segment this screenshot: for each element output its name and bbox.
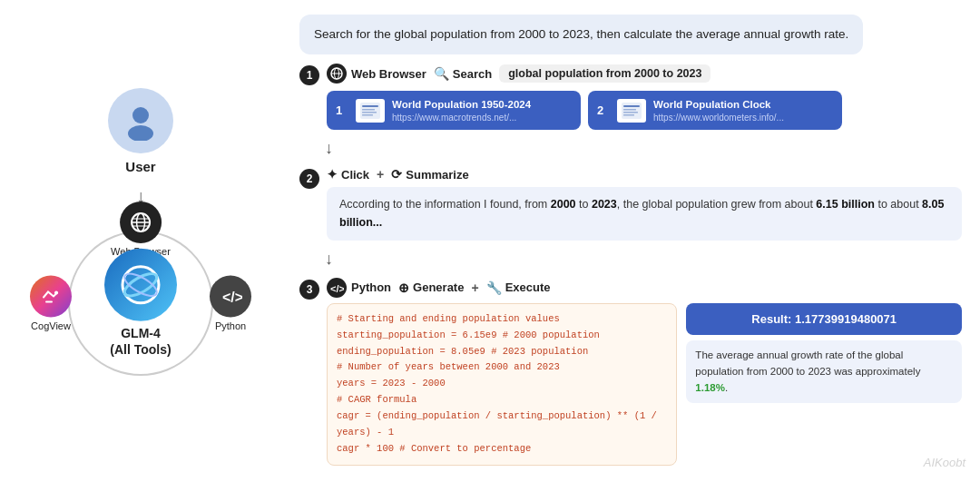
user-label: User <box>125 159 155 174</box>
svg-point-0 <box>132 107 149 123</box>
step1-content: Web Browser 🔍 Search global population f… <box>327 64 962 130</box>
code-line-8: cagr * 100 # Convert to percentage <box>337 441 667 457</box>
code-line-6: # CAGR formula <box>337 392 667 408</box>
right-panel: Search for the global population from 20… <box>281 0 980 482</box>
search-icon: 🔍 <box>434 66 449 81</box>
step1-query-pill: global population from 2000 to 2023 <box>499 64 710 83</box>
result2-thumb <box>617 99 646 123</box>
step1-tool-badge: Web Browser <box>327 64 426 84</box>
watermark: AIKoobt <box>924 456 965 469</box>
svg-rect-19 <box>362 114 373 116</box>
step3-generate-badge: ⊕ Generate <box>398 280 464 295</box>
step1-tool-icon <box>327 64 347 84</box>
svg-rect-21 <box>623 105 640 107</box>
svg-text:</>: </> <box>222 290 242 305</box>
step3-tool-badge: </> Python <box>327 278 391 298</box>
step2-content: ✦ Click + ⟳ Summarize According to the i… <box>327 167 962 241</box>
result2-num: 2 <box>597 103 610 117</box>
step1-action-badge: 🔍 Search <box>434 66 492 81</box>
glm-diagram: Web Browser CogView </> Python <box>50 212 231 394</box>
result1-num: 1 <box>336 103 348 117</box>
result-block: Result: 1.17739919480071 The average ann… <box>686 303 962 466</box>
plus-sign-3: + <box>471 280 478 295</box>
code-line-4: # Number of years between 2000 and 2023 <box>337 359 667 376</box>
user-message: Search for the global population from 20… <box>299 15 863 54</box>
result-card-2[interactable]: 2 World Population Clock https://www.wor… <box>588 91 842 130</box>
step3-body: # Starting and ending population values … <box>327 303 962 466</box>
result-pill: Result: 1.17739919480071 <box>686 303 962 335</box>
svg-point-7 <box>54 291 58 295</box>
svg-rect-20 <box>622 103 642 119</box>
svg-text:</>: </> <box>330 283 344 294</box>
step1-to-step2-arrow: ↓ <box>299 139 962 158</box>
step3-container: 3 </> Python ⊕ Generate + 🔧 <box>299 278 962 466</box>
svg-rect-18 <box>362 112 377 113</box>
step3-number: 3 <box>299 280 319 300</box>
code-line-3: ending_population = 8.05e9 # 2023 popula… <box>337 344 667 360</box>
svg-rect-22 <box>623 109 636 111</box>
step1-container: 1 Web Browser 🔍 Search <box>299 64 962 130</box>
step1-number: 1 <box>299 65 319 85</box>
cogview-icon-circle <box>30 276 72 318</box>
result1-url: https://www.macrotrends.net/... <box>392 113 531 123</box>
glm-circle <box>104 249 177 321</box>
step2-summarize-badge: ⟳ Summarize <box>391 167 468 182</box>
code-line-7: cagr = (ending_population / starting_pop… <box>337 408 667 441</box>
svg-rect-17 <box>362 109 375 111</box>
left-panel: User ↓ Web Browser <box>0 0 281 482</box>
result2-title: World Population Clock <box>653 98 784 112</box>
step1-header: Web Browser 🔍 Search global population f… <box>327 64 962 84</box>
svg-rect-16 <box>362 105 378 107</box>
step1-action-label: Search <box>453 67 492 81</box>
step3-execute-badge: 🔧 Execute <box>486 280 551 295</box>
step3-content: </> Python ⊕ Generate + 🔧 Execute # Sta <box>327 278 962 466</box>
step3-generate-label: Generate <box>413 280 464 294</box>
svg-rect-24 <box>623 114 634 116</box>
svg-rect-23 <box>623 112 638 113</box>
cogview-surround-icon: CogView <box>30 276 72 331</box>
user-section: User <box>108 88 173 174</box>
cursor-icon: ✦ <box>327 167 338 182</box>
result2-url: https://www.worldometers.info/... <box>653 113 784 123</box>
result1-title: World Population 1950-2024 <box>392 98 531 112</box>
result1-thumb <box>356 99 385 123</box>
glm-center-icon: GLM-4 (All Tools) <box>104 249 177 358</box>
step2-header: ✦ Click + ⟳ Summarize <box>327 167 962 182</box>
result-card-1[interactable]: 1 World Population 1950-2024 https://www… <box>327 91 581 130</box>
step3-execute-label: Execute <box>505 280 551 294</box>
result1-text: World Population 1950-2024 https://www.m… <box>392 98 531 123</box>
browser-icon-circle <box>120 202 162 243</box>
step3-tool-label: Python <box>351 280 391 294</box>
summarize-icon: ⟳ <box>391 167 402 182</box>
code-line-5: years = 2023 - 2000 <box>337 376 667 392</box>
step2-click-badge: ✦ Click <box>327 167 369 182</box>
step2-info-bubble: According to the information I found, fr… <box>327 187 962 241</box>
generate-icon: ⊕ <box>398 280 409 295</box>
svg-rect-15 <box>360 103 380 119</box>
step2-click-label: Click <box>341 168 369 182</box>
python-surround-icon: </> Python <box>210 276 251 331</box>
result-desc: The average annual growth rate of the gl… <box>686 340 962 403</box>
cogview-surround-label: CogView <box>31 320 71 331</box>
code-line-1: # Starting and ending population values <box>337 311 667 328</box>
step3-tool-icon: </> <box>327 278 347 298</box>
step2-summarize-label: Summarize <box>406 168 468 182</box>
step2-to-step3-arrow: ↓ <box>299 250 962 269</box>
step1-tool-label: Web Browser <box>351 67 426 81</box>
result-highlight: 1.18% <box>695 382 725 393</box>
code-block: # Starting and ending population values … <box>327 303 677 466</box>
glm-label: GLM-4 (All Tools) <box>110 325 171 358</box>
python-surround-label: Python <box>215 320 246 331</box>
result2-text: World Population Clock https://www.world… <box>653 98 784 123</box>
svg-point-1 <box>128 125 153 141</box>
step3-header: </> Python ⊕ Generate + 🔧 Execute <box>327 278 962 298</box>
execute-icon: 🔧 <box>486 280 502 295</box>
user-avatar <box>108 88 173 153</box>
step2-container: 2 ✦ Click + ⟳ Summarize According to the… <box>299 167 962 241</box>
plus-sign-2: + <box>377 167 384 182</box>
step2-number: 2 <box>299 169 319 189</box>
python-icon-circle: </> <box>210 276 251 318</box>
code-line-2: starting_population = 6.15e9 # 2000 popu… <box>337 328 667 344</box>
step1-search-results: 1 World Population 1950-2024 https://www… <box>327 91 962 130</box>
